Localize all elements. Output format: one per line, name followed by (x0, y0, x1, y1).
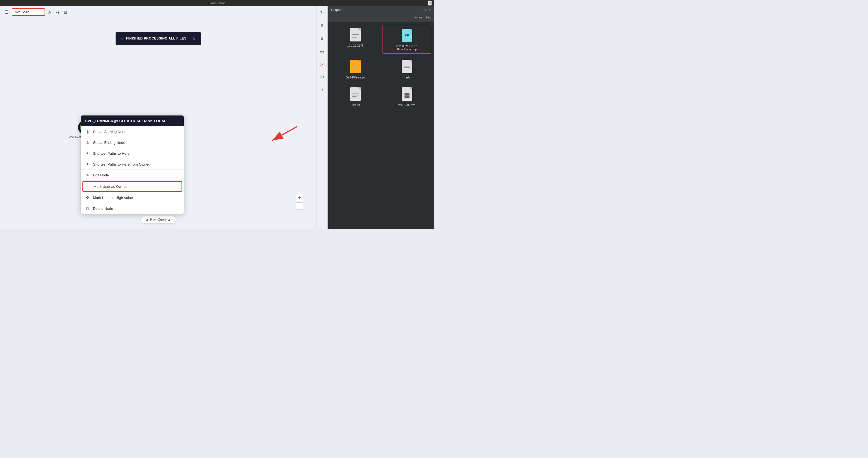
sidebar-settings-button[interactable]: ⚙ (318, 73, 326, 81)
end-node-icon: ◎ (85, 140, 90, 145)
toast-close-button[interactable]: ✕ (192, 36, 195, 41)
menu-item-mark-owned[interactable]: ! Mark User as Owned (83, 181, 182, 192)
sidebar-refresh-button[interactable]: ↻ (318, 9, 326, 17)
file-label-zip: 20200821132751BloodHound.zip (396, 45, 418, 51)
file-item-getnpusers[interactable]: 🐍 GetNPUsers.py (331, 57, 380, 81)
red-arrow-annotation (267, 124, 300, 147)
dolphin-share-label: 分 (419, 15, 422, 20)
dolphin-minimize-button[interactable]: ∨ (424, 8, 427, 12)
edit-node-icon: ✎ (85, 173, 90, 177)
file-icon-doc (349, 27, 362, 42)
menu-item-end-node[interactable]: ◎ Set as Ending Node (81, 137, 184, 148)
dolphin-help-button[interactable]: ? (421, 8, 422, 12)
file-label-hash: hash (404, 76, 410, 79)
font-size-button[interactable]: A (47, 9, 52, 15)
dolphin-panel: Dolphin ? ∨ ∧ ≡ 分 控制 (328, 6, 434, 229)
file-item-usertxt[interactable]: user.txt (331, 84, 380, 109)
menu-item-shortest-paths-owned[interactable]: ✦ Shortest Paths to Here from Owned (81, 159, 184, 170)
file-label-exe: winPEAS.exe (398, 103, 415, 106)
dolphin-maximize-button[interactable]: ∧ (428, 8, 431, 12)
context-menu-header: SVC_LOANMGR@EGOTISTICAL-BANK.LOCAL (81, 116, 184, 126)
toast-text: FINISHED PROCESSING ALL FILES (126, 36, 187, 41)
menu-item-start-node[interactable]: ◎ Set as Starting Node (81, 126, 184, 137)
sidebar-target-button[interactable]: ◎ (318, 47, 326, 55)
file-item-winpeas[interactable]: winPEAS.exe (382, 84, 431, 109)
zoom-out-button[interactable]: − (296, 202, 303, 209)
graph-canvas: ℹ FINISHED PROCESSING ALL FILES ✕ SVC_LO… (0, 18, 316, 229)
menu-item-edit-node[interactable]: ✎ Edit Node (81, 170, 184, 181)
file-item[interactable]: 10.10.10.175 (331, 25, 380, 54)
menu-item-edit-label: Edit Node (93, 173, 109, 177)
titlebar: BloodHound ✕ (0, 0, 434, 6)
high-value-icon: ❖ (85, 195, 90, 200)
svg-line-2 (272, 127, 297, 140)
menu-item-high-value-label: Mark User as High Value (93, 196, 133, 200)
menu-item-shortest-label: Shortest Paths to Here (93, 151, 130, 156)
zoom-in-button[interactable]: + (296, 194, 303, 201)
main-layout: ☰ A ⏮ ⊟ ℹ FINISHED PROCESSING ALL FILES … (0, 6, 434, 229)
file-label-py: GetNPUsers.py (346, 76, 365, 79)
menu-item-mark-owned-label: Mark User as Owned (94, 185, 127, 189)
menu-item-high-value[interactable]: ❖ Mark User as High Value (81, 192, 184, 203)
file-label-usertxt: user.txt (351, 103, 360, 106)
menu-item-shortest-paths[interactable]: ✦ Shortest Paths to Here (81, 148, 184, 159)
reset-button[interactable]: ⏮ (54, 9, 60, 15)
mark-owned-icon: ! (86, 184, 90, 189)
search-input[interactable] (12, 8, 45, 16)
dolphin-toolbar-icon: ≡ (414, 16, 417, 20)
dolphin-file-grid: 10.10.10.175 ZIP 20200821132751BloodHoun… (328, 22, 434, 229)
file-item-bloodhound-zip[interactable]: ZIP 20200821132751BloodHound.zip (382, 25, 431, 54)
sidebar-info-button[interactable]: ℹ (318, 86, 326, 94)
right-sidebar: ↻ ⬆ ⬇ ◎ 📈 ⚙ ℹ (316, 6, 327, 229)
dolphin-titlebar: Dolphin ? ∨ ∧ (328, 6, 434, 13)
delete-node-icon: 🗑 (85, 206, 90, 210)
window-title: BloodHound (209, 1, 225, 5)
file-icon-zip: ZIP (401, 28, 413, 43)
file-icon-exe (401, 86, 413, 102)
sidebar-chart-button[interactable]: 📈 (318, 60, 326, 68)
raw-query-button[interactable]: ▲ Raw Query ▲ (140, 216, 176, 223)
menu-item-end-label: Set as Ending Node (93, 140, 125, 145)
bloodhound-panel: ☰ A ⏮ ⊟ ℹ FINISHED PROCESSING ALL FILES … (0, 6, 316, 229)
dolphin-toolbar: ≡ 分 控制 (328, 13, 434, 22)
filter-button[interactable]: ⊟ (63, 9, 68, 15)
file-item-hash[interactable]: hash (382, 57, 431, 81)
context-menu: SVC_LOANMGR@EGOTISTICAL-BANK.LOCAL ◎ Set… (81, 116, 184, 214)
sidebar-upload-button[interactable]: ⬆ (318, 22, 326, 30)
toolbar: ☰ A ⏮ ⊟ (0, 6, 316, 18)
file-icon-hash (401, 59, 413, 74)
close-button[interactable]: ✕ (428, 1, 432, 6)
dolphin-window-controls: ? ∨ ∧ (421, 8, 431, 12)
menu-item-delete-label: Delete Node (93, 206, 113, 210)
menu-item-start-label: Set as Starting Node (93, 130, 126, 134)
shortest-paths-owned-icon: ✦ (85, 162, 90, 166)
toast-info-icon: ℹ (121, 36, 123, 41)
file-label: 10.10.10.175 (347, 44, 363, 47)
sidebar-download-button[interactable]: ⬇ (318, 34, 326, 42)
menu-button[interactable]: ☰ (3, 9, 9, 15)
menu-item-shortest-owned-label: Shortest Paths to Here from Owned (93, 162, 150, 166)
dolphin-title: Dolphin (331, 8, 342, 12)
dolphin-control-label: 控制 (425, 15, 431, 20)
shortest-paths-icon: ✦ (85, 151, 90, 156)
file-icon-usertxt (349, 86, 362, 102)
toast-notification: ℹ FINISHED PROCESSING ALL FILES ✕ (116, 32, 201, 45)
file-icon-py: 🐍 (349, 59, 362, 74)
menu-item-delete-node[interactable]: 🗑 Delete Node (81, 203, 184, 214)
start-node-icon: ◎ (85, 129, 90, 134)
zoom-controls: + − (296, 194, 303, 209)
